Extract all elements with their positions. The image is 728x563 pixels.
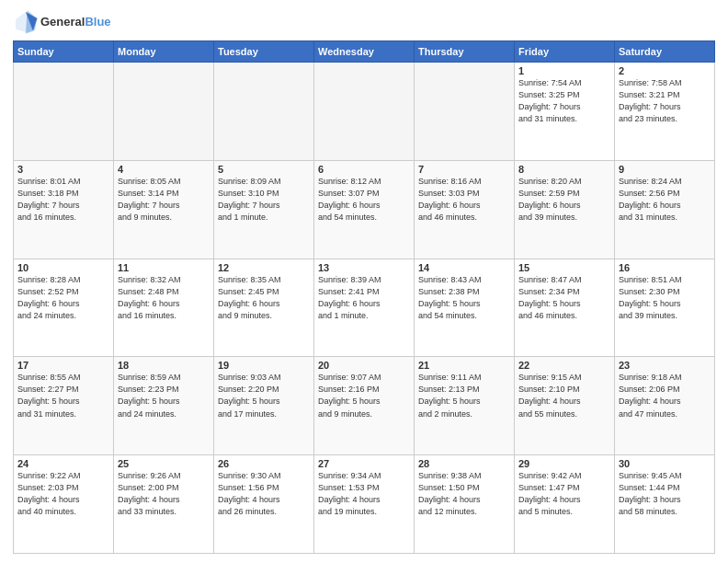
calendar-day-cell: 10Sunrise: 8:28 AM Sunset: 2:52 PM Dayli… bbox=[14, 259, 114, 357]
day-number: 23 bbox=[619, 360, 711, 371]
page: GeneralBlue SundayMondayTuesdayWednesday… bbox=[0, 0, 728, 563]
day-info: Sunrise: 8:20 AM Sunset: 2:59 PM Dayligh… bbox=[518, 176, 610, 224]
day-number: 2 bbox=[619, 65, 711, 76]
day-info: Sunrise: 8:39 AM Sunset: 2:41 PM Dayligh… bbox=[318, 274, 410, 322]
day-number: 7 bbox=[418, 164, 510, 175]
day-number: 29 bbox=[518, 458, 610, 469]
day-info: Sunrise: 8:43 AM Sunset: 2:38 PM Dayligh… bbox=[418, 274, 510, 322]
day-info: Sunrise: 8:24 AM Sunset: 2:56 PM Dayligh… bbox=[619, 176, 711, 224]
calendar-week-row: 10Sunrise: 8:28 AM Sunset: 2:52 PM Dayli… bbox=[14, 259, 715, 357]
calendar-day-cell bbox=[314, 63, 415, 161]
calendar-day-cell: 13Sunrise: 8:39 AM Sunset: 2:41 PM Dayli… bbox=[314, 259, 415, 357]
calendar-day-cell: 21Sunrise: 9:11 AM Sunset: 2:13 PM Dayli… bbox=[415, 357, 515, 455]
calendar-week-row: 1Sunrise: 7:54 AM Sunset: 3:25 PM Daylig… bbox=[14, 63, 715, 161]
day-of-week-header: Monday bbox=[114, 41, 214, 63]
calendar-week-row: 24Sunrise: 9:22 AM Sunset: 2:03 PM Dayli… bbox=[14, 455, 715, 554]
day-info: Sunrise: 8:55 AM Sunset: 2:27 PM Dayligh… bbox=[17, 372, 109, 419]
day-info: Sunrise: 7:54 AM Sunset: 3:25 PM Dayligh… bbox=[518, 77, 610, 125]
calendar-day-cell: 9Sunrise: 8:24 AM Sunset: 2:56 PM Daylig… bbox=[615, 160, 715, 259]
day-number: 30 bbox=[619, 458, 711, 469]
calendar-table: SundayMondayTuesdayWednesdayThursdayFrid… bbox=[13, 40, 715, 554]
calendar-week-row: 3Sunrise: 8:01 AM Sunset: 3:18 PM Daylig… bbox=[14, 160, 715, 259]
calendar-day-cell: 19Sunrise: 9:03 AM Sunset: 2:20 PM Dayli… bbox=[214, 357, 314, 455]
day-number: 24 bbox=[17, 458, 109, 469]
calendar-day-cell: 18Sunrise: 8:59 AM Sunset: 2:23 PM Dayli… bbox=[114, 357, 214, 455]
day-info: Sunrise: 9:34 AM Sunset: 1:53 PM Dayligh… bbox=[318, 470, 410, 518]
day-info: Sunrise: 9:42 AM Sunset: 1:47 PM Dayligh… bbox=[518, 470, 610, 518]
day-info: Sunrise: 8:28 AM Sunset: 2:52 PM Dayligh… bbox=[17, 274, 109, 322]
day-number: 13 bbox=[318, 262, 410, 273]
logo-text: GeneralBlue bbox=[40, 16, 111, 29]
calendar-day-cell: 2Sunrise: 7:58 AM Sunset: 3:21 PM Daylig… bbox=[615, 63, 715, 161]
calendar-day-cell: 11Sunrise: 8:32 AM Sunset: 2:48 PM Dayli… bbox=[114, 259, 214, 357]
day-number: 8 bbox=[518, 164, 610, 175]
day-number: 3 bbox=[17, 164, 109, 175]
calendar-day-cell bbox=[114, 63, 214, 161]
day-number: 21 bbox=[418, 360, 510, 371]
calendar-day-cell bbox=[214, 63, 314, 161]
day-info: Sunrise: 9:30 AM Sunset: 1:56 PM Dayligh… bbox=[218, 470, 310, 518]
day-number: 17 bbox=[17, 360, 109, 371]
day-info: Sunrise: 9:26 AM Sunset: 2:00 PM Dayligh… bbox=[118, 470, 210, 518]
calendar-week-row: 17Sunrise: 8:55 AM Sunset: 2:27 PM Dayli… bbox=[14, 357, 715, 455]
calendar-header-row: SundayMondayTuesdayWednesdayThursdayFrid… bbox=[14, 41, 715, 63]
calendar-day-cell: 23Sunrise: 9:18 AM Sunset: 2:06 PM Dayli… bbox=[615, 357, 715, 455]
day-info: Sunrise: 9:15 AM Sunset: 2:10 PM Dayligh… bbox=[518, 372, 610, 419]
calendar-day-cell: 15Sunrise: 8:47 AM Sunset: 2:34 PM Dayli… bbox=[515, 259, 615, 357]
day-info: Sunrise: 8:16 AM Sunset: 3:03 PM Dayligh… bbox=[418, 176, 510, 224]
day-info: Sunrise: 7:58 AM Sunset: 3:21 PM Dayligh… bbox=[619, 77, 711, 125]
day-number: 4 bbox=[118, 164, 210, 175]
day-number: 14 bbox=[418, 262, 510, 273]
calendar-day-cell: 26Sunrise: 9:30 AM Sunset: 1:56 PM Dayli… bbox=[214, 455, 314, 554]
calendar-day-cell bbox=[14, 63, 114, 161]
day-number: 18 bbox=[118, 360, 210, 371]
day-info: Sunrise: 9:07 AM Sunset: 2:16 PM Dayligh… bbox=[318, 372, 410, 419]
day-number: 19 bbox=[218, 360, 310, 371]
calendar-day-cell: 12Sunrise: 8:35 AM Sunset: 2:45 PM Dayli… bbox=[214, 259, 314, 357]
day-of-week-header: Wednesday bbox=[314, 41, 415, 63]
day-number: 25 bbox=[118, 458, 210, 469]
day-of-week-header: Tuesday bbox=[214, 41, 314, 63]
day-number: 5 bbox=[218, 164, 310, 175]
calendar-day-cell: 27Sunrise: 9:34 AM Sunset: 1:53 PM Dayli… bbox=[314, 455, 415, 554]
calendar-day-cell: 3Sunrise: 8:01 AM Sunset: 3:18 PM Daylig… bbox=[14, 160, 114, 259]
day-number: 27 bbox=[318, 458, 410, 469]
logo: GeneralBlue bbox=[13, 9, 111, 35]
calendar-day-cell: 22Sunrise: 9:15 AM Sunset: 2:10 PM Dayli… bbox=[515, 357, 615, 455]
day-number: 10 bbox=[17, 262, 109, 273]
day-info: Sunrise: 8:09 AM Sunset: 3:10 PM Dayligh… bbox=[218, 176, 310, 224]
day-info: Sunrise: 8:51 AM Sunset: 2:30 PM Dayligh… bbox=[619, 274, 711, 322]
calendar-day-cell: 20Sunrise: 9:07 AM Sunset: 2:16 PM Dayli… bbox=[314, 357, 415, 455]
day-number: 16 bbox=[619, 262, 711, 273]
calendar-day-cell: 29Sunrise: 9:42 AM Sunset: 1:47 PM Dayli… bbox=[515, 455, 615, 554]
day-info: Sunrise: 9:45 AM Sunset: 1:44 PM Dayligh… bbox=[619, 470, 711, 518]
day-number: 22 bbox=[518, 360, 610, 371]
day-info: Sunrise: 9:18 AM Sunset: 2:06 PM Dayligh… bbox=[619, 372, 711, 419]
day-of-week-header: Friday bbox=[515, 41, 615, 63]
calendar-day-cell: 8Sunrise: 8:20 AM Sunset: 2:59 PM Daylig… bbox=[515, 160, 615, 259]
calendar-day-cell bbox=[415, 63, 515, 161]
calendar-day-cell: 7Sunrise: 8:16 AM Sunset: 3:03 PM Daylig… bbox=[415, 160, 515, 259]
day-number: 28 bbox=[418, 458, 510, 469]
day-info: Sunrise: 8:01 AM Sunset: 3:18 PM Dayligh… bbox=[17, 176, 109, 224]
day-info: Sunrise: 9:38 AM Sunset: 1:50 PM Dayligh… bbox=[418, 470, 510, 518]
day-number: 9 bbox=[619, 164, 711, 175]
calendar-day-cell: 14Sunrise: 8:43 AM Sunset: 2:38 PM Dayli… bbox=[415, 259, 515, 357]
day-number: 20 bbox=[318, 360, 410, 371]
day-info: Sunrise: 8:32 AM Sunset: 2:48 PM Dayligh… bbox=[118, 274, 210, 322]
day-number: 26 bbox=[218, 458, 310, 469]
day-of-week-header: Sunday bbox=[14, 41, 114, 63]
header: GeneralBlue bbox=[13, 9, 715, 35]
day-of-week-header: Saturday bbox=[615, 41, 715, 63]
day-info: Sunrise: 9:03 AM Sunset: 2:20 PM Dayligh… bbox=[218, 372, 310, 419]
calendar-day-cell: 17Sunrise: 8:55 AM Sunset: 2:27 PM Dayli… bbox=[14, 357, 114, 455]
calendar-day-cell: 5Sunrise: 8:09 AM Sunset: 3:10 PM Daylig… bbox=[214, 160, 314, 259]
day-number: 6 bbox=[318, 164, 410, 175]
day-info: Sunrise: 8:47 AM Sunset: 2:34 PM Dayligh… bbox=[518, 274, 610, 322]
day-info: Sunrise: 8:59 AM Sunset: 2:23 PM Dayligh… bbox=[118, 372, 210, 419]
calendar-day-cell: 28Sunrise: 9:38 AM Sunset: 1:50 PM Dayli… bbox=[415, 455, 515, 554]
logo-icon bbox=[13, 9, 39, 35]
calendar-day-cell: 25Sunrise: 9:26 AM Sunset: 2:00 PM Dayli… bbox=[114, 455, 214, 554]
calendar-day-cell: 16Sunrise: 8:51 AM Sunset: 2:30 PM Dayli… bbox=[615, 259, 715, 357]
calendar-day-cell: 30Sunrise: 9:45 AM Sunset: 1:44 PM Dayli… bbox=[615, 455, 715, 554]
